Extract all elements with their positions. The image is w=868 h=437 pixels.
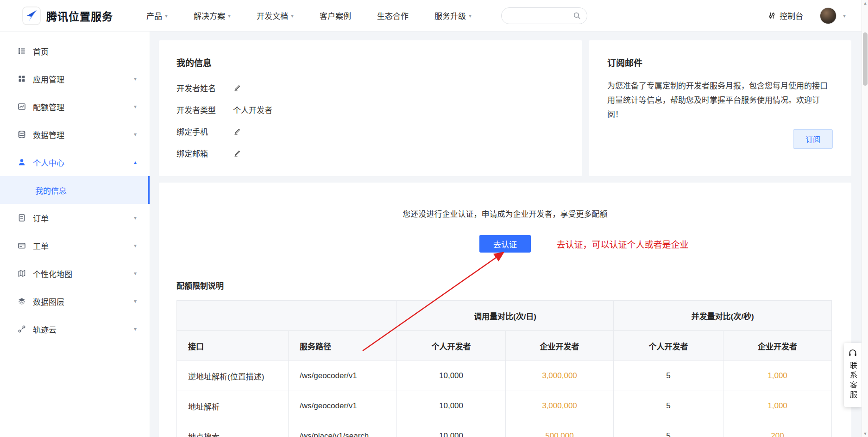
quota-table: 调用量对比(次/日) 并发量对比(次/秒) 接口 服务路径 个人开发者 企业开发… <box>176 300 832 437</box>
headset-icon <box>848 348 857 358</box>
sidebar-item-tickets[interactable]: 工单 ▾ <box>0 232 150 260</box>
nav-item-ecosystem[interactable]: 生态合作 <box>377 10 409 21</box>
scrollbar-down-arrow[interactable]: ▼ <box>862 431 868 437</box>
chevron-down-icon: ▾ <box>134 131 137 138</box>
database-icon <box>18 130 26 139</box>
subscribe-button[interactable]: 订阅 <box>793 129 833 149</box>
cell-personal-daily: 10,000 <box>397 391 506 421</box>
sidebar-item-track-cloud[interactable]: 轨迹云 ▾ <box>0 315 150 343</box>
main-nav: 产品 ▾ 解决方案 ▾ 开发文档 ▾ 客户案例 生态合作 服务升级 ▾ <box>146 10 472 21</box>
sidebar-item-layers[interactable]: 数据图层 ▾ <box>0 287 150 315</box>
search-icon[interactable] <box>573 12 581 20</box>
cell-personal-qps: 5 <box>614 391 723 421</box>
cell-personal-qps: 5 <box>614 421 723 437</box>
field-bound-email: 绑定邮箱 <box>176 146 565 160</box>
sidebar-sublabel: 我的信息 <box>35 184 67 196</box>
order-document-icon <box>18 214 26 222</box>
subscribe-title: 订阅邮件 <box>607 56 833 69</box>
cell-personal-daily: 10,000 <box>397 421 506 437</box>
table-header-row: 接口 服务路径 个人开发者 企业开发者 个人开发者 企业开发者 <box>177 331 832 361</box>
track-route-icon <box>18 325 26 333</box>
nav-label: 开发文档 <box>257 10 288 21</box>
quota-chart-icon <box>18 102 26 111</box>
table-row: 地址解析 /ws/geocoder/v1 10,000 3,000,000 5 … <box>177 391 832 421</box>
sidebar-item-home[interactable]: 首页 <box>0 37 150 65</box>
sidebar-item-personal[interactable]: 个人中心 ▴ <box>0 148 150 176</box>
console-icon <box>768 12 776 19</box>
cell-api: 地址解析 <box>177 391 289 421</box>
field-developer-name: 开发者姓名 <box>176 81 565 95</box>
field-label: 开发者类型 <box>176 104 233 115</box>
sidebar-label: 首页 <box>33 45 49 57</box>
chevron-down-icon: ▾ <box>134 326 137 332</box>
search-box <box>501 7 587 24</box>
cell-api: 逆地址解析(位置描述) <box>177 361 289 391</box>
cell-path: /ws/place/v1/search <box>289 421 397 437</box>
nav-item-upgrade[interactable]: 服务升级 ▾ <box>434 10 472 21</box>
cell-enterprise-daily: 3,000,000 <box>506 391 614 421</box>
scrollbar-up-arrow[interactable]: ▲ <box>862 0 868 6</box>
my-info-title: 我的信息 <box>176 56 565 69</box>
cell-path: /ws/geocoder/v1 <box>289 361 397 391</box>
nav-label: 服务升级 <box>434 10 466 21</box>
col-header-enterprise-daily: 企业开发者 <box>506 331 614 361</box>
search-input[interactable] <box>509 12 573 19</box>
col-header-path: 服务路径 <box>289 331 397 361</box>
sidebar-label: 个性化地图 <box>33 268 72 279</box>
sidebar-subitem-my-info[interactable]: 我的信息 <box>0 176 150 204</box>
chevron-down-icon: ▾ <box>291 13 294 19</box>
navbar-right: 控制台 ▾ <box>768 7 846 24</box>
empty-header-cell <box>177 301 397 331</box>
field-bound-phone: 绑定手机 <box>176 124 565 138</box>
avatar[interactable] <box>820 7 837 24</box>
table-group-header-row: 调用量对比(次/日) 并发量对比(次/秒) <box>177 301 832 331</box>
chevron-down-icon: ▾ <box>228 13 231 19</box>
sidebar-label: 数据管理 <box>33 129 64 140</box>
app-grid-icon <box>18 75 26 83</box>
chevron-down-icon: ▾ <box>134 242 137 249</box>
edit-name-button[interactable] <box>233 83 242 92</box>
nav-item-docs[interactable]: 开发文档 ▾ <box>257 10 294 21</box>
chevron-down-icon: ▾ <box>134 76 137 82</box>
certification-card: 您还没进行企业认证，申请成为企业开发者，享受更多配额 去认证 去认证，可以认证个… <box>159 183 851 437</box>
nav-label: 产品 <box>146 10 162 21</box>
sidebar-item-apps[interactable]: 应用管理 ▾ <box>0 65 150 93</box>
nav-label: 解决方案 <box>194 10 225 21</box>
sidebar-item-data[interactable]: 数据管理 ▾ <box>0 120 150 148</box>
chevron-down-icon: ▾ <box>134 215 137 221</box>
chevron-down-icon[interactable]: ▾ <box>843 13 846 19</box>
chevron-down-icon: ▾ <box>134 270 137 277</box>
contact-support-tab[interactable]: 联系客服 <box>844 343 862 407</box>
subscribe-description: 为您准备了专属定制的开发者服务月报，包含您每月使用的接口用量统计等信息，帮助您及… <box>607 79 833 122</box>
edit-email-button[interactable] <box>233 149 242 158</box>
scrollbar-track[interactable]: ▲ ▼ <box>862 0 868 437</box>
top-navbar: 腾讯位置服务 产品 ▾ 解决方案 ▾ 开发文档 ▾ 客户案例 生态合作 服务升级… <box>0 0 868 32</box>
console-link[interactable]: 控制台 <box>768 10 803 21</box>
nav-item-products[interactable]: 产品 ▾ <box>146 10 168 21</box>
brand-logo[interactable]: 腾讯位置服务 <box>22 6 113 25</box>
cell-enterprise-qps: 200 <box>723 421 832 437</box>
cell-enterprise-qps: 1,000 <box>723 361 832 391</box>
nav-label: 客户案例 <box>320 10 351 21</box>
ticket-icon <box>18 241 26 250</box>
sidebar-item-quota[interactable]: 配额管理 ▾ <box>0 93 150 120</box>
layers-icon <box>18 297 26 305</box>
red-annotation-text: 去认证，可以认证个人或者是企业 <box>557 238 689 250</box>
sidebar-label: 工单 <box>33 240 49 252</box>
go-certify-button[interactable]: 去认证 <box>479 235 531 253</box>
sidebar-label: 轨迹云 <box>33 323 57 335</box>
sidebar-item-orders[interactable]: 订单 ▾ <box>0 204 150 232</box>
home-list-icon <box>18 47 26 55</box>
scrollbar-thumb[interactable] <box>863 32 868 86</box>
brand-name: 腾讯位置服务 <box>46 8 113 24</box>
field-value: 个人开发者 <box>233 104 272 115</box>
cell-personal-daily: 10,000 <box>397 361 506 391</box>
edit-phone-button[interactable] <box>233 127 242 136</box>
pencil-icon <box>234 84 241 91</box>
nav-item-cases[interactable]: 客户案例 <box>320 10 351 21</box>
field-label: 绑定手机 <box>176 126 233 137</box>
cell-path: /ws/geocoder/v1 <box>289 391 397 421</box>
nav-item-solutions[interactable]: 解决方案 ▾ <box>194 10 231 21</box>
subscribe-card: 订阅邮件 为您准备了专属定制的开发者服务月报，包含您每月使用的接口用量统计等信息… <box>589 40 851 176</box>
sidebar-item-custom-map[interactable]: 个性化地图 ▾ <box>0 260 150 287</box>
